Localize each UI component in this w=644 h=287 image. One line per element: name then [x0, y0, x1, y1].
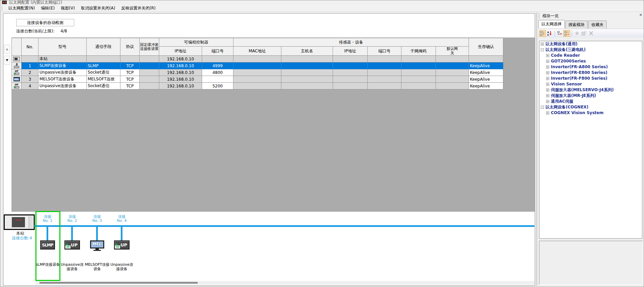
collapse-icon[interactable]: - — [541, 106, 544, 109]
cell-subnet[interactable] — [401, 56, 436, 62]
cell-gateway[interactable] — [436, 76, 469, 83]
cell-plc-port[interactable] — [202, 56, 233, 62]
table-row[interactable]: UP 2 Unpassive连接设备 Socket通信 TCP 192.168.… — [12, 69, 503, 76]
connection-3[interactable]: 连接 No. 3 MEL MELSOFT连接设备 — [84, 212, 110, 285]
cell-plc-ip[interactable]: 192.168.0.10 — [159, 83, 202, 89]
cell-plc-ip[interactable]: 192.168.0.10 — [159, 56, 202, 62]
cell-mac[interactable] — [233, 56, 281, 62]
cell-port[interactable] — [368, 69, 401, 76]
sort-az-icon[interactable]: AZ — [546, 30, 553, 37]
cell-mac[interactable] — [233, 83, 281, 89]
expand-icon[interactable]: + — [546, 94, 549, 97]
cell-ip[interactable] — [333, 56, 368, 62]
cell-model[interactable]: SLMP连接设备 — [38, 62, 87, 69]
add-favorite-icon[interactable] — [581, 30, 587, 37]
scrollbar-thumb[interactable] — [39, 282, 198, 284]
menu-apply-and-close[interactable]: 反映设置并关闭(R) — [118, 5, 159, 12]
cell-gateway[interactable] — [436, 62, 469, 69]
table-row[interactable]: UP 4 Unpassive连接设备 Socket通信 TCP 192.168.… — [12, 83, 503, 89]
cell-keepalive[interactable]: KeepAlive — [469, 83, 503, 89]
tree-item-servo-je[interactable]: +伺服放大器(MR-JE系列) — [539, 93, 642, 99]
cell-protocol[interactable]: TCP — [120, 83, 140, 89]
cell-hostname[interactable] — [281, 56, 333, 62]
cell-plc-ip[interactable]: 192.168.0.10 — [159, 69, 202, 76]
cell-plc-port[interactable]: 5200 — [202, 83, 233, 89]
cell-buffer[interactable] — [140, 76, 159, 83]
menu-cancel-and-close[interactable]: 取消设置并关闭(A) — [78, 5, 118, 12]
cell-mac[interactable] — [233, 62, 281, 69]
favorite-star-icon[interactable] — [573, 30, 580, 37]
expand-icon[interactable]: + — [546, 60, 549, 63]
cell-keepalive[interactable]: KeepAlive — [469, 69, 503, 76]
cell-gateway[interactable] — [436, 83, 469, 89]
tree-item-inverter-f800[interactable]: +Inverter(FR-F800 Series) — [539, 76, 642, 81]
cell-protocol[interactable]: TCP — [120, 69, 140, 76]
cell-plc-ip[interactable]: 192.168.0.10 — [159, 62, 202, 69]
cell-no[interactable]: 4 — [22, 83, 38, 89]
cell-buffer[interactable] — [140, 83, 159, 89]
tree-item-ethernet-generic[interactable]: +以太网设备(通用) — [539, 41, 642, 47]
tree-item-vision-sensor[interactable]: +Vision Sensor — [539, 81, 642, 87]
cell-comm[interactable]: SLMP — [87, 62, 120, 69]
cell-ip[interactable] — [333, 76, 368, 83]
cell-model[interactable]: Unpassive连接设备 — [38, 83, 87, 89]
cell-subnet[interactable] — [401, 62, 436, 69]
auto-detect-button[interactable]: 连接设备的自动检测 — [16, 19, 74, 26]
cell-subnet[interactable] — [401, 76, 436, 83]
tree-item-inverter-e800[interactable]: +Inverter(FR-E800 Series) — [539, 70, 642, 76]
connection-4[interactable]: 连接 No. 4 UP ⋙ Unpassive连接设备 — [109, 212, 135, 285]
cell-hostname[interactable] — [281, 83, 333, 89]
tree-item-ethernet-mitsubishi[interactable]: -以太网设备(三菱电机) — [539, 47, 642, 53]
cell-buffer[interactable] — [140, 56, 159, 62]
cell-plc-ip[interactable]: 192.168.0.10 — [159, 76, 202, 83]
cell-plc-port[interactable]: 4800 — [202, 69, 233, 76]
panel-splitter[interactable] — [536, 12, 537, 286]
tree-item-ethernet-cognex[interactable]: -以太网设备(COGNEX) — [539, 104, 642, 110]
cell-gateway[interactable] — [436, 56, 469, 62]
cell-port[interactable] — [368, 83, 401, 89]
close-icon[interactable]: ✕ — [639, 13, 642, 17]
cell-no[interactable]: 2 — [22, 69, 38, 76]
cell-comm[interactable]: Socket通信 — [87, 69, 120, 76]
menu-ethernet-config[interactable]: 以太网配置(N) — [5, 5, 38, 12]
tab-search-module[interactable]: 搜索模块 — [565, 21, 588, 28]
cell-protocol[interactable]: TCP — [120, 76, 140, 83]
cell-model[interactable]: Unpassive连接设备 — [38, 69, 87, 76]
cell-comm[interactable]: MELSOFT连接 — [87, 76, 120, 83]
melsoft-device-icon[interactable]: MEL — [89, 240, 105, 252]
cell-hostname[interactable] — [281, 62, 333, 69]
expand-tree-icon[interactable] — [563, 30, 570, 37]
unpassive-device-icon[interactable]: UP ⋙ — [114, 240, 130, 250]
cell-model[interactable]: 本站 — [38, 56, 87, 62]
connection-2[interactable]: 连接 No. 2 UP ⋙ Unpassive连接设备 — [59, 212, 85, 285]
table-row[interactable]: MEL 3 MELSOFT连接设备 MELSOFT连接 TCP 192.168.… — [12, 76, 503, 83]
filter-tree-icon[interactable] — [556, 30, 563, 37]
display-by-category-icon[interactable] — [539, 30, 546, 37]
cell-comm[interactable] — [87, 56, 120, 62]
cell-keepalive[interactable]: KeepAlive — [469, 62, 503, 69]
expand-icon[interactable]: + — [546, 71, 549, 74]
delete-icon[interactable] — [588, 30, 594, 37]
cell-buffer[interactable] — [140, 69, 159, 76]
tree-item-servo-j4[interactable]: +伺服放大器(MELSERVO-J4系列) — [539, 87, 642, 93]
expand-icon[interactable]: + — [546, 54, 549, 57]
cell-mac[interactable] — [233, 69, 281, 76]
tree-item-inverter-a800[interactable]: +Inverter(FR-A800 Series) — [539, 64, 642, 70]
cell-port[interactable] — [368, 76, 401, 83]
table-row-host[interactable]: 本站 192.168.0.10 — [12, 56, 503, 62]
tab-ethernet-selection[interactable]: 以太网选择 — [538, 20, 565, 28]
cell-ip[interactable] — [333, 62, 368, 69]
expand-icon[interactable]: + — [546, 111, 549, 114]
cell-port[interactable] — [368, 56, 401, 62]
expand-icon[interactable]: + — [546, 66, 549, 69]
cell-subnet[interactable] — [401, 83, 436, 89]
expand-icon[interactable]: + — [546, 88, 549, 92]
menu-edit[interactable]: 编辑(E) — [38, 5, 58, 12]
cell-buffer[interactable] — [140, 62, 159, 69]
tab-favorites[interactable]: 收藏夹 — [588, 21, 607, 28]
cell-subnet[interactable] — [401, 69, 436, 76]
cell-ip[interactable] — [333, 83, 368, 89]
tree-item-generic-ac-servo[interactable]: +通用AC伺服 — [539, 99, 642, 104]
cell-ip[interactable] — [333, 69, 368, 76]
diagram-horizontal-scrollbar[interactable] — [35, 281, 534, 285]
